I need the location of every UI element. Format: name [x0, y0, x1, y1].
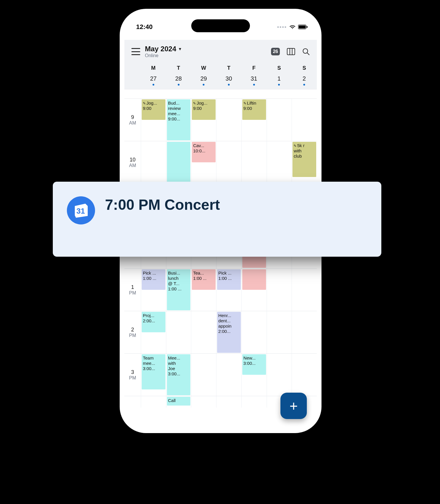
hour-row-1pm: 1PM Pick ... 1:00 ... Busi... lunch @ T.…: [124, 268, 317, 311]
hour-label: 10AM: [124, 141, 141, 183]
event-5k-run[interactable]: ✎5k r with club: [292, 142, 316, 177]
online-status: Online: [145, 53, 182, 58]
today-date-button[interactable]: 26: [271, 48, 280, 55]
event-dot-icon: [228, 84, 230, 86]
add-event-fab[interactable]: +: [280, 393, 307, 419]
event-budget-review[interactable]: Bud... review mee... 9:00...: [167, 99, 191, 140]
event-meeting-joe[interactable]: Mee... with Joe 3:00...: [167, 354, 191, 395]
event-lifting-fri[interactable]: ✎Liftin 9:00: [242, 99, 266, 120]
event-call[interactable]: Call: [167, 397, 191, 406]
event-project[interactable]: Proj... 2:00...: [142, 312, 165, 332]
dow-sat: S: [267, 65, 292, 71]
view-mode-icon[interactable]: [287, 48, 295, 55]
dow-thu: T: [216, 65, 241, 71]
pencil-icon: ✎: [294, 144, 297, 148]
hamburger-menu-icon[interactable]: [131, 48, 140, 55]
svg-line-7: [307, 53, 309, 55]
search-icon[interactable]: [302, 48, 310, 55]
event-dot-icon: [303, 84, 305, 86]
svg-text:31: 31: [77, 207, 85, 215]
hour-label: [124, 396, 141, 408]
event-jog-wed[interactable]: ✎Jog... 9:00: [192, 99, 216, 120]
pencil-icon: ✎: [193, 101, 196, 105]
event-cav[interactable]: Cav... 10:0...: [192, 142, 216, 162]
hour-row-10am: 10AM Cav... 10:0... ✎5k r with club: [124, 141, 317, 183]
event-pick-mon[interactable]: Pick ... 1:00 ...: [142, 269, 165, 290]
event-tea[interactable]: Tea... 1:00 ...: [192, 269, 216, 290]
hour-label: 1PM: [124, 269, 141, 311]
header-title-block[interactable]: May 2024 ▼ Online: [145, 45, 182, 58]
day-28[interactable]: 28: [166, 75, 191, 82]
plus-icon: +: [290, 398, 298, 414]
day-30[interactable]: 30: [216, 75, 241, 82]
event-dot-icon: [203, 84, 204, 86]
hour-label: 9AM: [124, 99, 141, 141]
battery-icon: [298, 25, 308, 29]
dow-tue: T: [166, 65, 191, 71]
month-title: May 2024: [145, 45, 176, 53]
day-29[interactable]: 29: [191, 75, 216, 82]
hour-label: 3PM: [124, 354, 141, 396]
event-team-meeting[interactable]: Team mee... 3:00...: [142, 354, 165, 389]
day-1[interactable]: 1: [267, 75, 292, 82]
event-dot-icon: [278, 84, 280, 86]
event-dot-icon: [178, 84, 180, 86]
dow-mon: M: [141, 65, 166, 71]
day-31[interactable]: 31: [241, 75, 267, 82]
event-budget-review-cont[interactable]: [167, 142, 191, 183]
notification-card[interactable]: 31 7:00 PM Concert: [53, 182, 381, 257]
wifi-icon: [289, 25, 296, 29]
chevron-down-icon: ▼: [178, 47, 182, 51]
event-business-lunch[interactable]: Busi... lunch @ T... 1:00 ...: [167, 269, 191, 310]
phone-notch: [191, 19, 250, 32]
event-fri12-rep-cont[interactable]: [242, 269, 266, 290]
dow-fri: F: [241, 65, 267, 71]
event-pick-thu[interactable]: Pick ... 1:00 ...: [217, 269, 241, 290]
hour-label: 2PM: [124, 311, 141, 353]
status-time: 12:40: [136, 23, 153, 31]
dow-sun: S: [292, 65, 317, 71]
day-2[interactable]: 2: [292, 75, 317, 82]
cellular-dots-icon: ••••: [277, 24, 287, 30]
event-jog-mon[interactable]: ✎Jog... 9:00: [142, 99, 165, 120]
svg-rect-3: [287, 48, 295, 55]
day-27[interactable]: 27: [141, 75, 166, 82]
hour-row-9am: 9AM ✎Jog... 9:00 Bud... review mee... 9:…: [124, 98, 317, 141]
hour-row-2pm: 2PM Proj... 2:00... Henr... dent... appo…: [124, 311, 317, 353]
pencil-icon: ✎: [143, 101, 146, 105]
week-day-strip: M T W T F S S 27 28 29 30 31 1 2: [124, 63, 317, 89]
calendar-app-icon: 31: [67, 196, 95, 224]
pencil-icon: ✎: [243, 101, 246, 105]
event-dot-icon: [253, 84, 255, 86]
event-dot-icon: [153, 84, 154, 86]
dow-wed: W: [191, 65, 216, 71]
svg-rect-2: [307, 26, 308, 28]
event-henry-dentist[interactable]: Henr... dent... appoin 2:00...: [217, 312, 241, 353]
hour-row-3pm: 3PM Team mee... 3:00... Mee... with Joe …: [124, 353, 317, 396]
status-right: ••••: [277, 24, 308, 30]
app-header: May 2024 ▼ Online 26: [124, 40, 317, 63]
notification-text: 7:00 PM Concert: [105, 196, 220, 213]
event-new-fri[interactable]: New... 3:00...: [242, 354, 266, 375]
svg-rect-1: [299, 25, 306, 28]
